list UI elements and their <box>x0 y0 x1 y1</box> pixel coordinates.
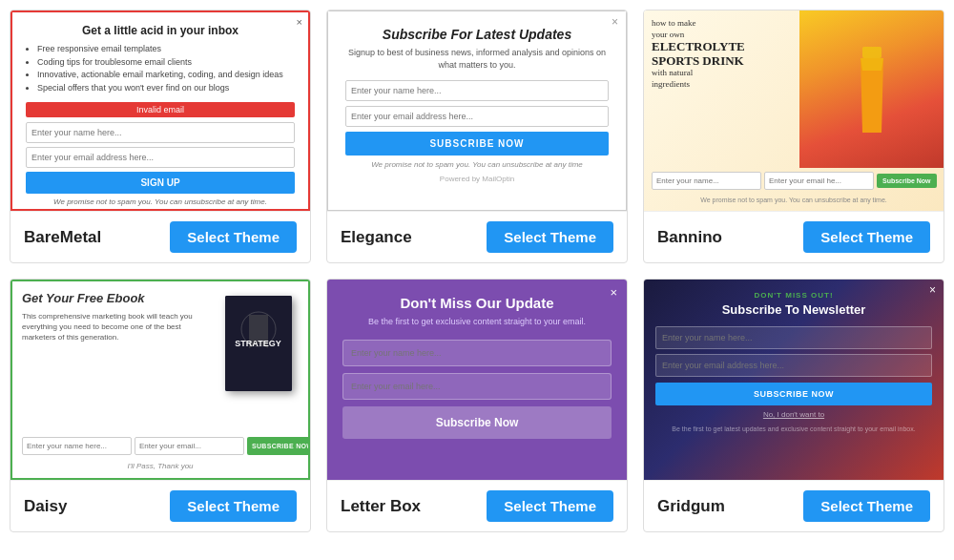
letterbox-select-button[interactable]: Select Theme <box>487 490 613 522</box>
baremetal-preview: × Get a little acid in your inbox Free r… <box>10 10 310 211</box>
daisy-footer: Daisy Select Theme <box>10 480 310 531</box>
theme-grid: × Get a little acid in your inbox Free r… <box>10 10 944 532</box>
bannino-name: Bannino <box>657 228 722 247</box>
baremetal-select-button[interactable]: Select Theme <box>170 221 297 253</box>
bannino-drink-svg <box>853 42 891 137</box>
letterbox-subscribe-button[interactable]: Subscribe Now <box>342 406 612 439</box>
elegance-email-input[interactable] <box>345 106 609 127</box>
baremetal-title: Get a little acid in your inbox <box>26 24 295 37</box>
gridgum-preview: × DON'T MISS OUT! Subscribe To Newslette… <box>644 280 944 480</box>
theme-card-bannino: × how to make your own ELECTROLYTESPORTS… <box>643 10 944 263</box>
bannino-footer: Bannino Select Theme <box>644 211 944 262</box>
letterbox-name-input[interactable] <box>342 340 612 366</box>
list-item: Special offers that you won't ever find … <box>37 82 295 95</box>
bannino-title-line3: with naturalingredients <box>652 68 807 90</box>
theme-card-gridgum: × DON'T MISS OUT! Subscribe To Newslette… <box>643 279 944 532</box>
daisy-inputs-row: SUBSCRIBE NOW <box>22 437 299 455</box>
elegance-subscribe-button[interactable]: SUBSCRIBE NOW <box>345 132 609 156</box>
letterbox-email-input[interactable] <box>342 373 612 400</box>
list-item: Coding tips for troublesome email client… <box>37 56 295 70</box>
elegance-preview: × Subscribe For Latest Updates Signup to… <box>327 10 627 211</box>
bannino-preview: × how to make your own ELECTROLYTESPORTS… <box>644 10 944 211</box>
bannino-title-line1: how to make <box>652 18 807 30</box>
letterbox-subtitle: Be the first to get exclusive content st… <box>342 317 612 326</box>
daisy-desc: This comprehensive marketing book will t… <box>22 311 210 343</box>
bannino-text-block: how to make your own ELECTROLYTESPORTS D… <box>652 18 807 90</box>
daisy-subscribe-button[interactable]: SUBSCRIBE NOW <box>247 437 310 455</box>
elegance-name-input[interactable] <box>345 80 609 101</box>
elegance-title: Subscribe For Latest Updates <box>345 27 609 42</box>
gridgum-subscribe-button[interactable]: SUBSCRIBE NOW <box>655 383 932 405</box>
daisy-name-input[interactable] <box>22 437 132 455</box>
list-item: Free responsive email templates <box>37 43 295 56</box>
elegance-note: We promise not to spam you. You can unsu… <box>345 160 609 169</box>
theme-card-elegance: × Subscribe For Latest Updates Signup to… <box>326 10 628 263</box>
bannino-subscribe-button[interactable]: Subscribe Now <box>877 174 937 188</box>
elegance-footer: Elegance Select Theme <box>327 211 627 262</box>
daisy-note: I'll Pass, Thank you <box>22 462 299 470</box>
elegance-powered: Powered by MailOptin <box>345 175 609 183</box>
theme-card-daisy: Get Your Free Ebook This comprehensive m… <box>10 279 311 532</box>
bannino-title-main: ELECTROLYTESPORTS DRINK <box>652 40 807 68</box>
daisy-name: Daisy <box>24 497 67 516</box>
bannino-select-button[interactable]: Select Theme <box>803 221 930 253</box>
gridgum-footer: Gridgum Select Theme <box>644 480 944 531</box>
baremetal-footer: BareMetal Select Theme <box>10 211 310 262</box>
letterbox-footer: Letter Box Select Theme <box>327 480 627 531</box>
gridgum-name: Gridgum <box>657 497 725 516</box>
daisy-preview: Get Your Free Ebook This comprehensive m… <box>10 280 310 480</box>
bannino-note: We promise not to spam you. You can unsu… <box>652 197 936 203</box>
baremetal-note: We promise not to spam you. You can unsu… <box>26 197 295 206</box>
bannino-image-area <box>799 10 944 168</box>
baremetal-name: BareMetal <box>24 228 101 247</box>
bannino-inputs-row: Subscribe Now <box>652 172 936 190</box>
gridgum-email-input[interactable] <box>655 354 932 377</box>
baremetal-invalid-label: Invalid email <box>26 102 295 117</box>
baremetal-close-icon[interactable]: × <box>297 16 302 28</box>
daisy-title: Get Your Free Ebook <box>22 291 210 305</box>
svg-rect-0 <box>862 47 881 58</box>
letterbox-close-icon[interactable]: × <box>610 285 617 300</box>
elegance-name: Elegance <box>341 228 412 247</box>
gridgum-close-icon[interactable]: × <box>929 283 936 297</box>
baremetal-signup-button[interactable]: SIGN UP <box>26 172 295 194</box>
elegance-close-icon[interactable]: × <box>612 15 618 29</box>
daisy-book-title: STRATEGY <box>231 335 284 352</box>
letterbox-preview: × Don't Miss Our Update Be the first to … <box>327 280 627 480</box>
letterbox-name: Letter Box <box>341 497 421 516</box>
gridgum-name-input[interactable] <box>655 326 932 349</box>
theme-card-letterbox: × Don't Miss Our Update Be the first to … <box>326 279 628 532</box>
theme-card-baremetal: × Get a little acid in your inbox Free r… <box>10 10 311 263</box>
bannino-name-input[interactable] <box>652 172 761 190</box>
daisy-email-input[interactable] <box>135 437 244 455</box>
letterbox-title: Don't Miss Our Update <box>342 295 612 311</box>
daisy-book: STRATEGY <box>225 296 292 391</box>
daisy-select-button[interactable]: Select Theme <box>170 490 297 522</box>
gridgum-title: Subscribe To Newsletter <box>655 302 932 317</box>
baremetal-email-input[interactable] <box>26 147 295 168</box>
gridgum-no-thanks[interactable]: No, I don't want to <box>655 410 932 419</box>
gridgum-note: Be the first to get latest updates and e… <box>655 425 932 433</box>
baremetal-name-input[interactable] <box>26 122 295 143</box>
baremetal-list: Free responsive email templates Coding t… <box>26 43 295 94</box>
elegance-subtitle: Signup to best of business news, informe… <box>345 47 609 71</box>
gridgum-select-button[interactable]: Select Theme <box>803 490 930 522</box>
gridgum-dont-miss: DON'T MISS OUT! <box>655 291 932 300</box>
list-item: Innovative, actionable email marketing, … <box>37 69 295 82</box>
elegance-select-button[interactable]: Select Theme <box>487 221 613 253</box>
bannino-email-input[interactable] <box>764 172 874 190</box>
